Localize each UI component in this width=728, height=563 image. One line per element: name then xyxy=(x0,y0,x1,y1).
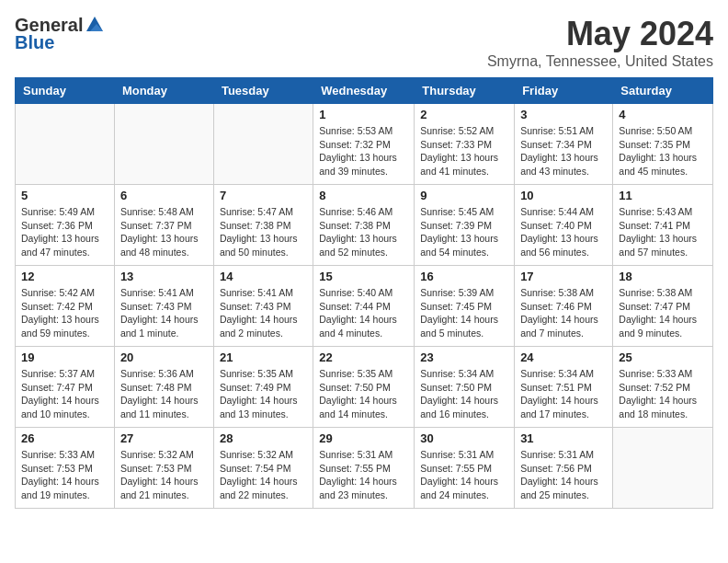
day-number: 5 xyxy=(21,189,108,202)
day-info: Sunrise: 5:33 AM Sunset: 7:52 PM Dayligh… xyxy=(619,367,707,421)
day-info: Sunrise: 5:31 AM Sunset: 7:56 PM Dayligh… xyxy=(520,448,607,502)
calendar-cell: 24Sunrise: 5:34 AM Sunset: 7:51 PM Dayli… xyxy=(515,347,613,428)
day-info: Sunrise: 5:49 AM Sunset: 7:36 PM Dayligh… xyxy=(21,205,108,259)
day-header-tuesday: Tuesday xyxy=(213,78,313,104)
week-row-3: 12Sunrise: 5:42 AM Sunset: 7:42 PM Dayli… xyxy=(16,266,713,347)
day-header-friday: Friday xyxy=(515,78,613,104)
day-number: 31 xyxy=(520,431,607,445)
calendar-cell: 18Sunrise: 5:38 AM Sunset: 7:47 PM Dayli… xyxy=(613,266,713,347)
calendar-cell: 2Sunrise: 5:52 AM Sunset: 7:33 PM Daylig… xyxy=(415,104,515,185)
day-info: Sunrise: 5:33 AM Sunset: 7:53 PM Dayligh… xyxy=(21,448,108,502)
day-header-thursday: Thursday xyxy=(415,78,515,104)
logo-blue-text: Blue xyxy=(15,32,54,53)
calendar-cell: 19Sunrise: 5:37 AM Sunset: 7:47 PM Dayli… xyxy=(16,347,115,428)
day-number: 6 xyxy=(120,189,208,202)
week-row-2: 5Sunrise: 5:49 AM Sunset: 7:36 PM Daylig… xyxy=(16,185,713,266)
calendar-cell: 5Sunrise: 5:49 AM Sunset: 7:36 PM Daylig… xyxy=(16,185,115,266)
calendar-cell: 14Sunrise: 5:41 AM Sunset: 7:43 PM Dayli… xyxy=(213,266,313,347)
calendar-cell: 9Sunrise: 5:45 AM Sunset: 7:39 PM Daylig… xyxy=(415,185,515,266)
day-info: Sunrise: 5:50 AM Sunset: 7:35 PM Dayligh… xyxy=(619,124,707,178)
day-number: 26 xyxy=(21,431,108,445)
day-number: 24 xyxy=(520,350,607,364)
day-info: Sunrise: 5:47 AM Sunset: 7:38 PM Dayligh… xyxy=(220,205,307,259)
calendar-cell: 26Sunrise: 5:33 AM Sunset: 7:53 PM Dayli… xyxy=(16,428,115,509)
calendar-cell: 11Sunrise: 5:43 AM Sunset: 7:41 PM Dayli… xyxy=(613,185,713,266)
calendar-cell xyxy=(114,104,213,185)
day-info: Sunrise: 5:45 AM Sunset: 7:39 PM Dayligh… xyxy=(420,205,508,259)
day-info: Sunrise: 5:42 AM Sunset: 7:42 PM Dayligh… xyxy=(21,286,108,340)
logo: General Blue xyxy=(15,15,105,53)
day-number: 11 xyxy=(619,189,707,202)
calendar-cell: 7Sunrise: 5:47 AM Sunset: 7:38 PM Daylig… xyxy=(213,185,313,266)
day-number: 3 xyxy=(520,108,607,121)
day-number: 20 xyxy=(120,350,208,364)
day-info: Sunrise: 5:31 AM Sunset: 7:55 PM Dayligh… xyxy=(319,448,408,502)
calendar-cell: 12Sunrise: 5:42 AM Sunset: 7:42 PM Dayli… xyxy=(16,266,115,347)
day-info: Sunrise: 5:34 AM Sunset: 7:51 PM Dayligh… xyxy=(520,367,607,421)
day-number: 22 xyxy=(319,350,408,364)
day-number: 4 xyxy=(619,108,707,121)
day-info: Sunrise: 5:38 AM Sunset: 7:47 PM Dayligh… xyxy=(619,286,707,340)
day-info: Sunrise: 5:32 AM Sunset: 7:53 PM Dayligh… xyxy=(120,448,208,502)
calendar-cell: 31Sunrise: 5:31 AM Sunset: 7:56 PM Dayli… xyxy=(515,428,613,509)
day-number: 18 xyxy=(619,270,707,283)
day-number: 9 xyxy=(420,189,508,202)
day-info: Sunrise: 5:51 AM Sunset: 7:34 PM Dayligh… xyxy=(520,124,607,178)
day-number: 2 xyxy=(420,108,508,121)
day-number: 16 xyxy=(420,270,508,283)
day-number: 19 xyxy=(21,350,108,364)
calendar-cell: 25Sunrise: 5:33 AM Sunset: 7:52 PM Dayli… xyxy=(613,347,713,428)
calendar-cell: 21Sunrise: 5:35 AM Sunset: 7:49 PM Dayli… xyxy=(213,347,313,428)
calendar-cell: 16Sunrise: 5:39 AM Sunset: 7:45 PM Dayli… xyxy=(415,266,515,347)
day-number: 29 xyxy=(319,431,408,445)
day-info: Sunrise: 5:35 AM Sunset: 7:49 PM Dayligh… xyxy=(220,367,307,421)
day-header-wednesday: Wednesday xyxy=(313,78,415,104)
calendar-cell: 1Sunrise: 5:53 AM Sunset: 7:32 PM Daylig… xyxy=(313,104,415,185)
day-info: Sunrise: 5:35 AM Sunset: 7:50 PM Dayligh… xyxy=(319,367,408,421)
calendar-cell: 10Sunrise: 5:44 AM Sunset: 7:40 PM Dayli… xyxy=(515,185,613,266)
day-info: Sunrise: 5:40 AM Sunset: 7:44 PM Dayligh… xyxy=(319,286,408,340)
day-info: Sunrise: 5:36 AM Sunset: 7:48 PM Dayligh… xyxy=(120,367,208,421)
calendar-cell xyxy=(613,428,713,509)
day-info: Sunrise: 5:37 AM Sunset: 7:47 PM Dayligh… xyxy=(21,367,108,421)
day-info: Sunrise: 5:31 AM Sunset: 7:55 PM Dayligh… xyxy=(420,448,508,502)
calendar-cell: 22Sunrise: 5:35 AM Sunset: 7:50 PM Dayli… xyxy=(313,347,415,428)
week-row-4: 19Sunrise: 5:37 AM Sunset: 7:47 PM Dayli… xyxy=(16,347,713,428)
calendar-cell: 28Sunrise: 5:32 AM Sunset: 7:54 PM Dayli… xyxy=(213,428,313,509)
day-number: 28 xyxy=(220,431,307,445)
calendar-location: Smyrna, Tennessee, United States xyxy=(487,53,713,70)
day-info: Sunrise: 5:32 AM Sunset: 7:54 PM Dayligh… xyxy=(220,448,307,502)
day-info: Sunrise: 5:43 AM Sunset: 7:41 PM Dayligh… xyxy=(619,205,707,259)
day-number: 27 xyxy=(120,431,208,445)
day-number: 12 xyxy=(21,270,108,283)
day-number: 8 xyxy=(319,189,408,202)
day-header-monday: Monday xyxy=(114,78,213,104)
calendar-cell: 13Sunrise: 5:41 AM Sunset: 7:43 PM Dayli… xyxy=(114,266,213,347)
day-number: 7 xyxy=(220,189,307,202)
calendar-cell: 27Sunrise: 5:32 AM Sunset: 7:53 PM Dayli… xyxy=(114,428,213,509)
page-header: General Blue May 2024 Smyrna, Tennessee,… xyxy=(15,15,713,70)
day-info: Sunrise: 5:41 AM Sunset: 7:43 PM Dayligh… xyxy=(120,286,208,340)
day-number: 13 xyxy=(120,270,208,283)
day-info: Sunrise: 5:53 AM Sunset: 7:32 PM Dayligh… xyxy=(319,124,408,178)
day-info: Sunrise: 5:41 AM Sunset: 7:43 PM Dayligh… xyxy=(220,286,307,340)
calendar-title: May 2024 xyxy=(487,15,713,53)
calendar-cell xyxy=(213,104,313,185)
day-number: 30 xyxy=(420,431,508,445)
day-number: 14 xyxy=(220,270,307,283)
day-number: 1 xyxy=(319,108,408,121)
day-header-sunday: Sunday xyxy=(16,78,115,104)
title-block: May 2024 Smyrna, Tennessee, United State… xyxy=(487,15,713,70)
day-number: 21 xyxy=(220,350,307,364)
calendar-cell xyxy=(16,104,115,185)
day-number: 23 xyxy=(420,350,508,364)
week-row-5: 26Sunrise: 5:33 AM Sunset: 7:53 PM Dayli… xyxy=(16,428,713,509)
calendar-cell: 15Sunrise: 5:40 AM Sunset: 7:44 PM Dayli… xyxy=(313,266,415,347)
calendar-cell: 3Sunrise: 5:51 AM Sunset: 7:34 PM Daylig… xyxy=(515,104,613,185)
day-number: 17 xyxy=(520,270,607,283)
calendar-header-row: SundayMondayTuesdayWednesdayThursdayFrid… xyxy=(16,78,713,104)
day-number: 25 xyxy=(619,350,707,364)
day-info: Sunrise: 5:34 AM Sunset: 7:50 PM Dayligh… xyxy=(420,367,508,421)
calendar-cell: 17Sunrise: 5:38 AM Sunset: 7:46 PM Dayli… xyxy=(515,266,613,347)
day-info: Sunrise: 5:39 AM Sunset: 7:45 PM Dayligh… xyxy=(420,286,508,340)
